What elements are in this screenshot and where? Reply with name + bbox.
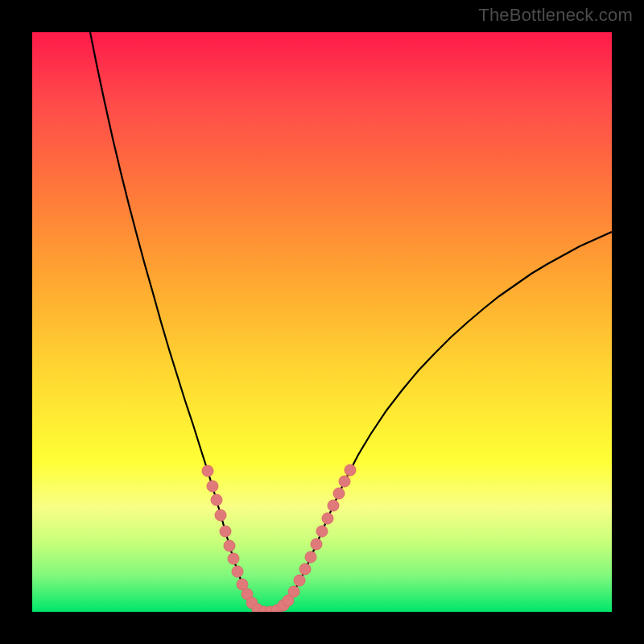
bottleneck-curve (90, 32, 612, 612)
plot-area (32, 32, 612, 612)
chart-frame: TheBottleneck.com (0, 0, 644, 644)
curve-marker (207, 481, 218, 492)
curve-marker (228, 553, 239, 564)
curve-marker (311, 539, 322, 550)
watermark-text: TheBottleneck.com (478, 5, 633, 26)
curve-marker (305, 551, 316, 563)
curve-marker (220, 526, 231, 537)
curve-marker (333, 488, 345, 499)
curve-marker (328, 500, 339, 511)
marker-layer (202, 464, 356, 612)
curve-marker (345, 464, 356, 476)
curve-marker (211, 494, 222, 506)
curve-marker (232, 566, 243, 577)
curve-marker (224, 540, 235, 551)
curve-marker (322, 513, 333, 524)
curve-marker (215, 510, 226, 521)
curve-marker (202, 465, 213, 477)
curve-marker (339, 476, 350, 487)
curve-marker (299, 564, 311, 575)
curve-marker (316, 526, 328, 537)
curve-marker (294, 575, 305, 586)
chart-svg (32, 32, 612, 612)
curve-marker (288, 586, 299, 597)
